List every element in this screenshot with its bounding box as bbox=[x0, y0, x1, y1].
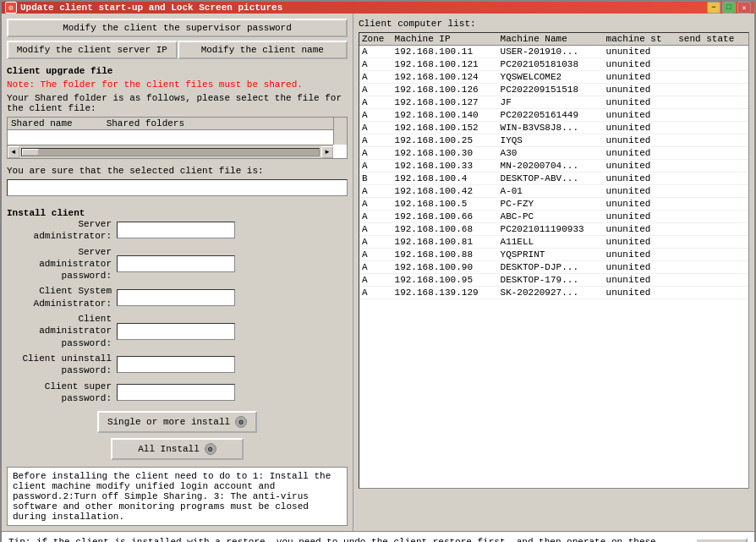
client-uninstall-password-input[interactable] bbox=[117, 356, 235, 373]
table-row[interactable]: A192.168.100.25IYQSununited bbox=[359, 134, 748, 147]
scroll-right-arrow[interactable]: ► bbox=[321, 146, 333, 158]
modify-client-name-button[interactable]: Modify the client name bbox=[178, 41, 348, 59]
cell-send_state bbox=[676, 198, 748, 211]
cell-ip: 192.168.100.11 bbox=[392, 46, 498, 58]
title-bar-left: ⚙ Update client start-up and Lock Screen… bbox=[5, 2, 282, 14]
table-row[interactable]: A192.168.100.30A30ununited bbox=[359, 147, 748, 160]
cell-ip: 192.168.100.42 bbox=[392, 185, 498, 198]
cell-ip: 192.168.139.129 bbox=[392, 287, 498, 299]
horizontal-scrollbar[interactable]: ◄ ► bbox=[8, 145, 333, 158]
cell-machine_st: ununited bbox=[604, 122, 677, 134]
cell-send_state bbox=[676, 122, 748, 134]
cell-ip: 192.168.100.5 bbox=[392, 198, 498, 211]
table-row[interactable]: A192.168.100.152WIN-B3VS8J8...ununited bbox=[359, 122, 748, 134]
table-row[interactable]: A192.168.100.5PC-FZYununited bbox=[359, 198, 748, 211]
table-row[interactable]: A192.168.100.124YQSWELCOME2ununited bbox=[359, 71, 748, 84]
cell-name: PC202105181038 bbox=[498, 58, 604, 71]
computer-list-title: Client computer list: bbox=[359, 19, 749, 29]
table-row[interactable]: A192.168.139.129SK-20220927...ununited bbox=[359, 287, 748, 299]
cell-ip: 192.168.100.124 bbox=[392, 71, 498, 84]
cell-name: YQSPRINT bbox=[498, 249, 604, 261]
cell-zone: A bbox=[359, 109, 392, 122]
table-row[interactable]: A192.168.100.121PC202105181038ununited bbox=[359, 58, 748, 71]
window-title: Update client start-up and Lock Screen p… bbox=[20, 3, 282, 13]
modify-supervisor-button[interactable]: Modify the client the supervisor passwor… bbox=[7, 19, 348, 37]
minimize-button[interactable]: − bbox=[707, 2, 720, 14]
cell-machine_st: ununited bbox=[604, 96, 677, 109]
cell-ip: 192.168.100.68 bbox=[392, 223, 498, 236]
single-install-icon: ⚙ bbox=[235, 416, 247, 428]
cell-zone: A bbox=[359, 58, 392, 71]
cell-ip: 192.168.100.95 bbox=[392, 274, 498, 287]
cell-machine_st: ununited bbox=[604, 274, 677, 287]
table-row[interactable]: A192.168.100.81A11ELLununited bbox=[359, 236, 748, 249]
table-row[interactable]: A192.168.100.126PC202209151518ununited bbox=[359, 84, 748, 96]
table-row[interactable]: A192.168.100.42A-01ununited bbox=[359, 185, 748, 198]
cell-send_state bbox=[676, 185, 748, 198]
table-row[interactable]: A192.168.100.11USER-201910...ununited bbox=[359, 46, 748, 58]
client-sysadmin-row: Client SystemAdministrator: bbox=[7, 285, 348, 309]
table-row[interactable]: A192.168.100.140PC202205161449ununited bbox=[359, 109, 748, 122]
cell-machine_st: ununited bbox=[604, 46, 677, 58]
table-row[interactable]: A192.168.100.68PC2021011190933ununited bbox=[359, 223, 748, 236]
server-admin-input[interactable] bbox=[117, 222, 235, 238]
single-install-button[interactable]: Single or more install ⚙ bbox=[97, 411, 257, 433]
cell-zone: A bbox=[359, 211, 392, 223]
cell-name: USER-201910... bbox=[498, 46, 604, 58]
cell-machine_st: ununited bbox=[604, 134, 677, 147]
modify-server-ip-button[interactable]: Modify the client server IP bbox=[7, 41, 178, 59]
maximize-button[interactable]: □ bbox=[722, 2, 736, 14]
cell-machine_st: ununited bbox=[604, 172, 677, 185]
cell-machine_st: ununited bbox=[604, 109, 677, 122]
client-sysadmin-input[interactable] bbox=[117, 289, 235, 306]
all-install-button[interactable]: All Install ⚙ bbox=[111, 438, 244, 460]
cell-zone: A bbox=[359, 261, 392, 274]
confirm-input[interactable] bbox=[7, 179, 348, 196]
vertical-scrollbar[interactable] bbox=[333, 118, 347, 145]
cell-send_state bbox=[676, 71, 748, 84]
computer-list-container[interactable]: Zone Machine IP Machine Name machine st … bbox=[359, 32, 749, 489]
server-admin-password-input[interactable] bbox=[117, 255, 235, 272]
scroll-left-arrow[interactable]: ◄ bbox=[8, 146, 19, 158]
table-row[interactable]: A192.168.100.66ABC-PCununited bbox=[359, 211, 748, 223]
col-zone: Zone bbox=[359, 33, 392, 46]
cell-zone: A bbox=[359, 274, 392, 287]
exit-button[interactable]: Exit bbox=[695, 538, 748, 542]
install-client-title: Install client bbox=[7, 208, 348, 218]
col-machine-ip: Machine IP bbox=[392, 33, 498, 46]
cell-machine_st: ununited bbox=[604, 160, 677, 172]
scroll-track[interactable] bbox=[21, 148, 320, 156]
info-box: Before installing the client need to do … bbox=[7, 467, 348, 526]
cell-ip: 192.168.100.127 bbox=[392, 96, 498, 109]
col-send-state: send state bbox=[676, 33, 748, 46]
cell-machine_st: ununited bbox=[604, 223, 677, 236]
cell-name: PC202209151518 bbox=[498, 84, 604, 96]
table-row[interactable]: A192.168.100.127JFununited bbox=[359, 96, 748, 109]
table-row[interactable]: A192.168.100.33MN-20200704...ununited bbox=[359, 160, 748, 172]
cell-send_state bbox=[676, 236, 748, 249]
table-row[interactable]: A192.168.100.88YQSPRINTununited bbox=[359, 249, 748, 261]
shared-name-header: Shared name bbox=[11, 118, 73, 129]
cell-zone: A bbox=[359, 249, 392, 261]
table-row[interactable]: A192.168.100.95DESKTOP-179...ununited bbox=[359, 274, 748, 287]
cell-name: PC202205161449 bbox=[498, 109, 604, 122]
client-super-password-input[interactable] bbox=[117, 384, 235, 401]
cell-ip: 192.168.100.152 bbox=[392, 122, 498, 134]
cell-ip: 192.168.100.25 bbox=[392, 134, 498, 147]
cell-send_state bbox=[676, 274, 748, 287]
single-install-label: Single or more install bbox=[107, 417, 230, 427]
title-bar-buttons: − □ ✕ bbox=[707, 2, 751, 14]
cell-ip: 192.168.100.66 bbox=[392, 211, 498, 223]
cell-zone: B bbox=[359, 172, 392, 185]
table-header-row: Zone Machine IP Machine Name machine st … bbox=[359, 33, 748, 46]
client-admin-password-label: Client administratorpassword: bbox=[7, 313, 117, 349]
table-row[interactable]: B192.168.100.4DESKTOP-ABV...ununited bbox=[359, 172, 748, 185]
table-row[interactable]: A192.168.100.90DESKTOP-DJP...ununited bbox=[359, 261, 748, 274]
left-panel: Modify the client the supervisor passwor… bbox=[2, 14, 353, 531]
scroll-thumb[interactable] bbox=[22, 149, 39, 156]
close-button[interactable]: ✕ bbox=[737, 2, 751, 14]
client-admin-password-input[interactable] bbox=[117, 323, 235, 340]
cell-zone: A bbox=[359, 122, 392, 134]
cell-zone: A bbox=[359, 46, 392, 58]
cell-name: YQSWELCOME2 bbox=[498, 71, 604, 84]
